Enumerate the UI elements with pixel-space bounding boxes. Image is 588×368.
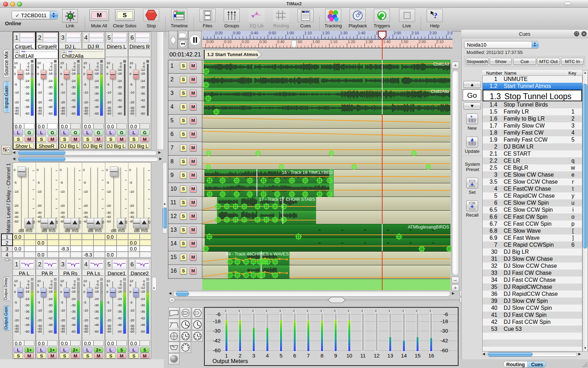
svg-text:0:40: 0:40: [277, 40, 285, 44]
svg-text:0:20: 0:20: [215, 31, 223, 35]
svg-text:?: ?: [433, 11, 438, 20]
svg-text:2:00: 2:00: [394, 31, 401, 35]
svg-text:1:20: 1:20: [348, 40, 355, 44]
svg-text:+: +: [470, 114, 473, 119]
svg-text:1.2 Start Tunnel Atmos: 1.2 Start Tunnel Atmos: [207, 52, 258, 57]
svg-text:2:20: 2:20: [429, 31, 437, 35]
svg-text:1:30: 1:30: [340, 31, 348, 35]
svg-text:2:10: 2:10: [436, 40, 443, 44]
svg-text:0:40: 0:40: [251, 31, 258, 35]
svg-text:0:30: 0:30: [233, 31, 240, 35]
svg-text:»: »: [173, 346, 175, 349]
svg-text:1:00: 1:00: [287, 31, 294, 35]
svg-text:1:50: 1:50: [401, 40, 408, 44]
svg-text:2:00: 2:00: [419, 40, 426, 44]
svg-text:2:30: 2:30: [447, 31, 453, 35]
svg-text:1:30: 1:30: [365, 40, 373, 44]
svg-text:1:50: 1:50: [376, 31, 383, 35]
svg-text:1:40: 1:40: [383, 40, 391, 44]
svg-text:0:20: 0:20: [242, 40, 249, 44]
svg-text:1:40: 1:40: [358, 31, 365, 35]
svg-text:1:10: 1:10: [330, 40, 337, 44]
svg-text:0:10: 0:10: [224, 40, 231, 44]
svg-text:0:00: 0:00: [206, 40, 214, 44]
svg-text:1:00: 1:00: [313, 40, 320, 44]
svg-text:1:10: 1:10: [304, 31, 312, 35]
svg-text:0:30: 0:30: [259, 40, 267, 44]
svg-text:0:50: 0:50: [269, 31, 276, 35]
svg-text:2:10: 2:10: [412, 31, 419, 35]
svg-text:1:20: 1:20: [322, 31, 330, 35]
